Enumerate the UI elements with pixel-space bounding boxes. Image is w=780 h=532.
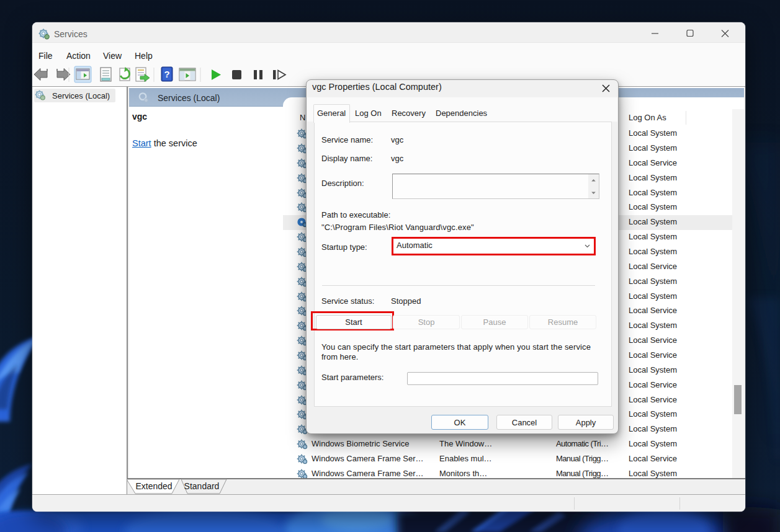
svg-text:Standard: Standard [184, 481, 220, 491]
svg-text:Extended: Extended [135, 481, 172, 491]
svg-text:?: ? [164, 69, 169, 79]
